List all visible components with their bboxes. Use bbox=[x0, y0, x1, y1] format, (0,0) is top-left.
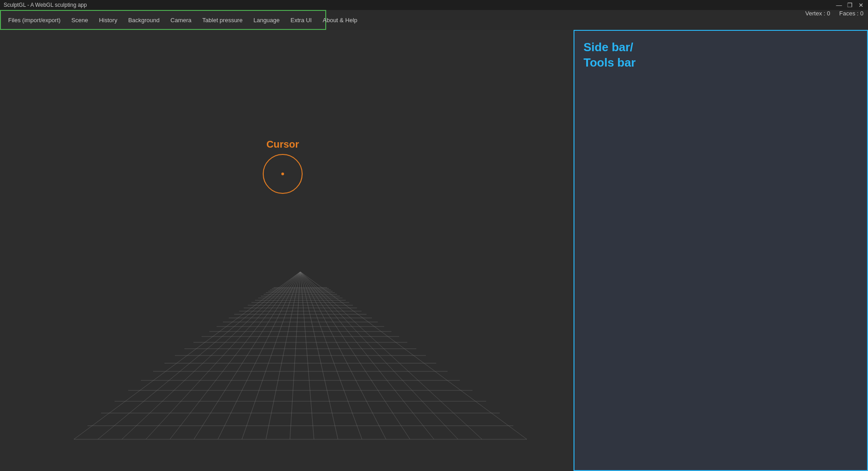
app-title: SculptGL - A WebGL sculpting app bbox=[4, 2, 87, 8]
vertex-count: Vertex : 0 bbox=[805, 10, 830, 17]
menu-bar: Files (import/export) Scene History Back… bbox=[0, 10, 326, 30]
maximize-button[interactable]: ❐ bbox=[846, 2, 854, 9]
menu-tablet-pressure[interactable]: Tablet pressure bbox=[197, 14, 248, 26]
grid-svg bbox=[38, 272, 536, 444]
minimize-button[interactable]: — bbox=[835, 2, 843, 9]
menu-camera[interactable]: Camera bbox=[165, 14, 197, 26]
menu-extra-ui[interactable]: Extra UI bbox=[285, 14, 317, 26]
cursor-area: Cursor bbox=[263, 139, 303, 194]
viewport[interactable]: Cursor bbox=[0, 30, 574, 471]
menu-language[interactable]: Language bbox=[248, 14, 285, 26]
grid-canvas bbox=[38, 272, 536, 444]
side-bar-label: Side bar/ Tools bar bbox=[583, 40, 636, 71]
menu-scene[interactable]: Scene bbox=[66, 14, 94, 26]
menu-files[interactable]: Files (import/export) bbox=[3, 14, 66, 26]
faces-count: Faces : 0 bbox=[839, 10, 863, 17]
menu-about-help[interactable]: About & Help bbox=[317, 14, 363, 26]
title-bar: SculptGL - A WebGL sculpting app — ❐ ✕ bbox=[0, 0, 868, 10]
cursor-label: Cursor bbox=[263, 139, 303, 150]
menu-history[interactable]: History bbox=[93, 14, 122, 26]
menu-background[interactable]: Background bbox=[123, 14, 165, 26]
window-controls[interactable]: — ❐ ✕ bbox=[835, 2, 864, 9]
side-bar: Side bar/ Tools bar bbox=[574, 30, 868, 471]
cursor-circle bbox=[263, 154, 303, 194]
cursor-dot bbox=[281, 173, 284, 175]
close-button[interactable]: ✕ bbox=[857, 2, 864, 9]
stats-bar: Vertex : 0 Faces : 0 bbox=[805, 10, 863, 17]
